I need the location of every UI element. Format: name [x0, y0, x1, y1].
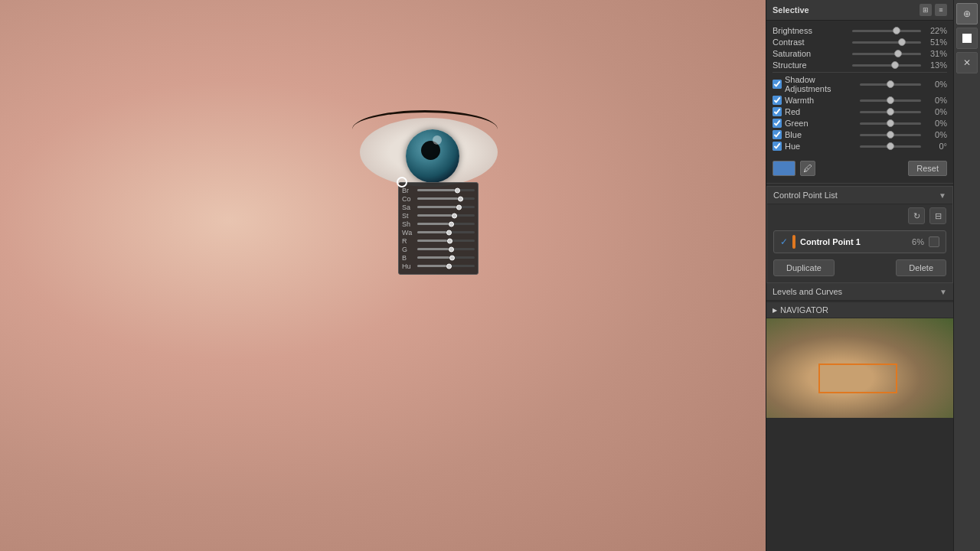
blue-label-wrap: Blue	[773, 130, 857, 139]
toolbar-cross-button[interactable]: ✕	[956, 52, 978, 73]
toolbar-zoom-button[interactable]: ⊕	[956, 3, 978, 24]
navigator-section: ▶ NAVIGATOR	[766, 302, 953, 418]
shadow-adj-row: Shadow Adjustments 0%	[773, 75, 947, 93]
navigator-label: NAVIGATOR	[780, 305, 828, 315]
cp-expand-box[interactable]	[929, 236, 939, 247]
navigator-thumbnail	[766, 318, 953, 418]
float-slider-wa[interactable]	[417, 231, 475, 233]
red-label-wrap: Red	[773, 107, 857, 116]
float-row-sa: Sa	[402, 204, 475, 211]
float-label-hu: Hu	[402, 262, 416, 270]
contrast-label: Contrast	[773, 37, 849, 47]
cp-refresh-button[interactable]: ↻	[908, 207, 925, 224]
cp-name: Control Point 1	[800, 237, 907, 246]
float-row-co: Co	[402, 195, 475, 203]
float-row-br: Br	[402, 187, 475, 194]
float-slider-hu[interactable]	[417, 265, 475, 267]
cp-delete-all-button[interactable]: ⊟	[929, 207, 946, 224]
float-slider-sa[interactable]	[417, 206, 475, 208]
blue-label: Blue	[785, 130, 802, 139]
control-point-item[interactable]: ✓ Control Point 1 6%	[773, 230, 946, 253]
float-label-wa: Wa	[402, 229, 416, 236]
float-row-r: R	[402, 237, 475, 245]
float-slider-b[interactable]	[417, 256, 475, 259]
control-point-list-section: Control Point List ▼ ↻ ⊟ ✓ Control Point…	[766, 186, 953, 283]
selective-title: Selective	[773, 5, 809, 15]
warmth-checkbox[interactable]	[773, 96, 782, 105]
levels-and-curves-section: Levels and Curves ▼	[766, 283, 953, 301]
float-slider-sh[interactable]	[417, 223, 475, 225]
shadow-adj-checkbox[interactable]	[773, 80, 782, 89]
chevron-down-icon: ▼	[939, 191, 946, 200]
float-label-g: G	[402, 246, 416, 253]
floating-control-panel: Br Co Sa St	[398, 182, 479, 275]
hue-value: 0°	[924, 142, 947, 151]
list-icon[interactable]: ≡	[935, 4, 947, 16]
hue-checkbox[interactable]	[773, 142, 782, 151]
image-canvas: Br Co Sa St	[0, 0, 766, 551]
toolbar-color-button[interactable]	[956, 28, 978, 49]
saturation-slider[interactable]	[852, 49, 921, 58]
navigator-arrow-icon: ▶	[773, 307, 777, 314]
color-swatch[interactable]	[773, 161, 795, 176]
hue-row: Hue 0°	[773, 142, 947, 151]
float-label-b: B	[402, 254, 416, 262]
green-slider[interactable]	[860, 119, 921, 128]
control-point-list-header[interactable]: Control Point List ▼	[767, 187, 952, 204]
selective-header: Selective ⊞ ≡	[766, 0, 953, 21]
blue-slider[interactable]	[860, 130, 921, 139]
shadow-adj-value: 0%	[924, 80, 947, 89]
red-slider[interactable]	[860, 107, 921, 116]
reset-button[interactable]: Reset	[908, 161, 947, 176]
far-right-toolbar: ⊕ ✕	[953, 0, 980, 551]
divider-1	[773, 72, 947, 73]
grid-icon[interactable]: ⊞	[920, 4, 932, 16]
eyelashes	[352, 110, 498, 129]
brightness-label: Brightness	[773, 26, 849, 35]
green-checkbox[interactable]	[773, 119, 782, 128]
shadow-adj-slider[interactable]	[860, 80, 921, 89]
warmth-row: Warmth 0%	[773, 96, 947, 105]
float-row-g: G	[402, 246, 475, 253]
structure-label: Structure	[773, 60, 849, 70]
duplicate-button[interactable]: Duplicate	[773, 259, 835, 276]
navigator-header[interactable]: ▶ NAVIGATOR	[766, 302, 953, 318]
saturation-value: 31%	[924, 49, 947, 58]
contrast-row: Contrast 51%	[773, 37, 947, 47]
baby-photo: Br Co Sa St	[0, 0, 766, 551]
float-slider-co[interactable]	[417, 197, 475, 200]
shadow-adj-label: Shadow Adjustments	[785, 75, 857, 93]
zoom-icon: ⊕	[963, 8, 971, 19]
red-checkbox[interactable]	[773, 107, 782, 116]
brightness-slider[interactable]	[852, 26, 921, 35]
red-row: Red 0%	[773, 107, 947, 116]
bottom-controls: 🖊 Reset	[766, 156, 953, 181]
cp-actions: Duplicate Delete	[767, 256, 952, 282]
selective-icons: ⊞ ≡	[920, 4, 947, 16]
control-point-marker[interactable]	[397, 177, 407, 187]
color-icon	[962, 34, 972, 43]
control-point-list-label: Control Point List	[773, 191, 838, 200]
float-slider-st[interactable]	[417, 214, 475, 217]
warmth-slider[interactable]	[860, 96, 921, 105]
delete-button[interactable]: Delete	[896, 259, 946, 276]
nav-viewport-rect	[818, 364, 897, 393]
float-slider-r[interactable]	[417, 240, 475, 242]
float-slider-g[interactable]	[417, 248, 475, 250]
float-label-st: St	[402, 212, 416, 220]
levels-and-curves-header[interactable]: Levels and Curves ▼	[766, 283, 953, 301]
structure-row: Structure 13%	[773, 60, 947, 70]
right-panel: Selective ⊞ ≡ Brightness 22% Contrast	[766, 0, 953, 551]
eyedropper-button[interactable]: 🖊	[800, 161, 815, 176]
cp-tools: ↻ ⊟	[767, 204, 952, 227]
red-value: 0%	[924, 107, 947, 116]
float-label-br: Br	[402, 187, 416, 194]
green-row: Green 0%	[773, 119, 947, 128]
contrast-slider[interactable]	[852, 37, 921, 47]
hue-slider[interactable]	[860, 142, 921, 151]
blue-checkbox[interactable]	[773, 130, 782, 139]
structure-value: 13%	[924, 60, 947, 70]
collapse-icons: ▼	[939, 191, 946, 200]
float-slider-br[interactable]	[417, 189, 475, 191]
structure-slider[interactable]	[852, 60, 921, 70]
